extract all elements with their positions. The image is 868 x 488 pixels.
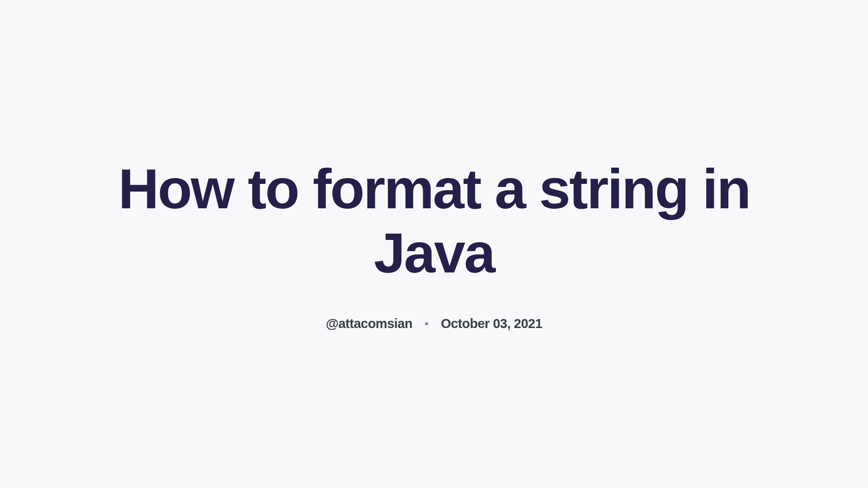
article-meta: @attacomsian October 03, 2021	[326, 316, 542, 331]
separator-dot-icon	[425, 322, 428, 325]
publish-date: October 03, 2021	[441, 316, 542, 331]
article-header: How to format a string in Java @attacoms…	[118, 157, 750, 331]
author-handle[interactable]: @attacomsian	[326, 316, 413, 331]
article-title: How to format a string in Java	[118, 157, 750, 285]
